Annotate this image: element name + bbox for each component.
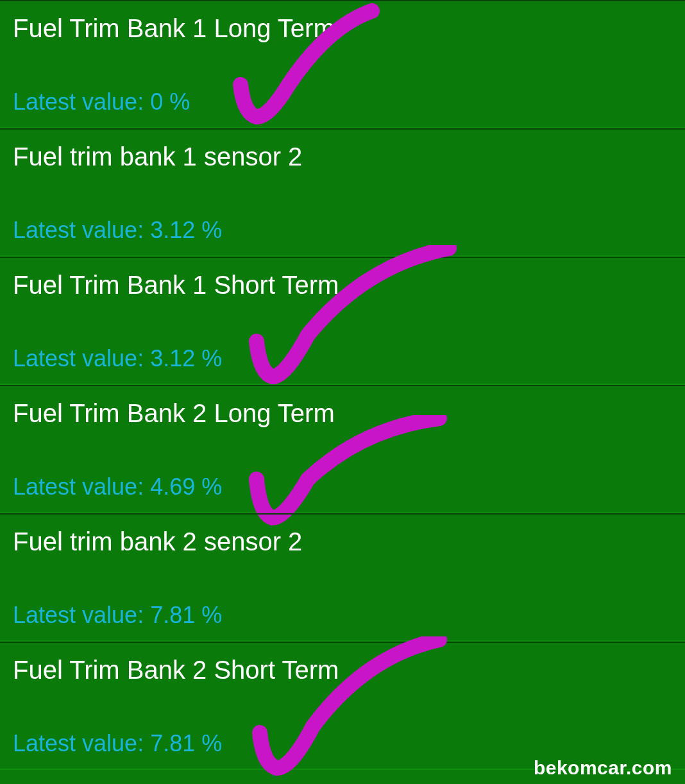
list-item[interactable]: Fuel Trim Bank 2 Short Term Latest value… xyxy=(0,642,685,770)
sensor-title: Fuel Trim Bank 2 Short Term xyxy=(13,654,672,685)
list-item[interactable]: Fuel Trim Bank 1 Long Term Latest value:… xyxy=(0,0,685,128)
sensor-value: Latest value: 4.69 % xyxy=(13,473,672,500)
list-item[interactable]: Fuel Trim Bank 2 Long Term Latest value:… xyxy=(0,385,685,513)
sensor-title: Fuel trim bank 1 sensor 2 xyxy=(13,141,672,172)
sensor-title: Fuel Trim Bank 2 Long Term xyxy=(13,398,672,429)
list-item[interactable]: Fuel Trim Bank 1 Short Term Latest value… xyxy=(0,257,685,385)
sensor-title: Fuel trim bank 2 sensor 2 xyxy=(13,526,672,557)
sensor-title: Fuel Trim Bank 1 Long Term xyxy=(13,13,672,44)
list-item[interactable]: Fuel trim bank 1 sensor 2 Latest value: … xyxy=(0,128,685,257)
checkmark-icon xyxy=(241,415,459,527)
sensor-title: Fuel Trim Bank 1 Short Term xyxy=(13,269,672,300)
watermark-text: bekomcar.com xyxy=(534,757,672,779)
sensor-value: Latest value: 7.81 % xyxy=(13,730,672,757)
sensor-list: Fuel Trim Bank 1 Long Term Latest value:… xyxy=(0,0,685,770)
list-item[interactable]: Fuel trim bank 2 sensor 2 Latest value: … xyxy=(0,513,685,642)
sensor-value: Latest value: 3.12 % xyxy=(13,345,672,372)
sensor-value: Latest value: 0 % xyxy=(13,89,672,115)
sensor-value: Latest value: 3.12 % xyxy=(13,217,672,244)
sensor-value: Latest value: 7.81 % xyxy=(13,602,672,629)
